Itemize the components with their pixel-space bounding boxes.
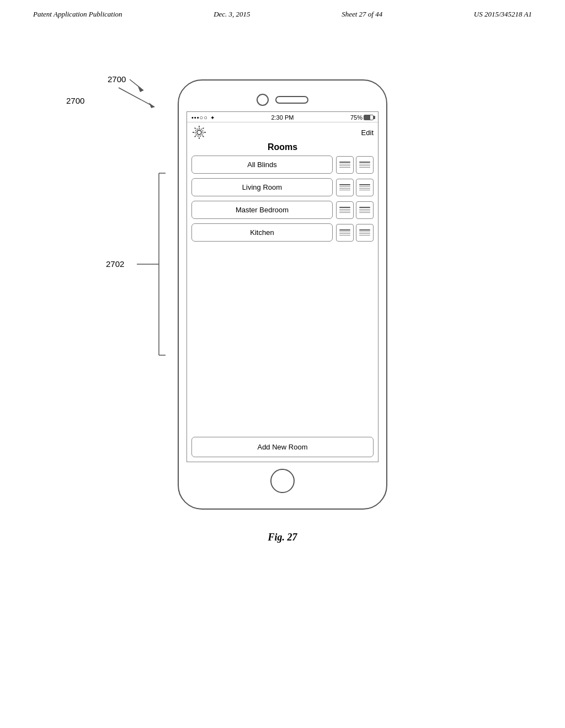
blind-line <box>339 186 350 187</box>
blind-line <box>339 211 350 211</box>
room-row-master-bedroom: Master Bedroom <box>191 201 374 219</box>
blind-icon-open-master[interactable] <box>336 201 354 219</box>
blind-line <box>359 212 370 213</box>
battery-bar <box>364 115 374 120</box>
blind-line <box>339 162 350 163</box>
blind-icon-open-living[interactable] <box>336 179 354 196</box>
blind-icons-all-blinds <box>336 156 374 174</box>
speaker-icon <box>275 96 308 104</box>
home-button[interactable] <box>270 469 295 493</box>
status-time: 2:30 PM <box>271 114 294 121</box>
blind-line <box>339 164 350 164</box>
room-row-kitchen: Kitchen <box>191 223 374 242</box>
signal-indicator: •••○○ <box>191 114 208 121</box>
blind-icon-close-living[interactable] <box>356 179 374 196</box>
blind-icon-close-master[interactable] <box>356 201 374 219</box>
add-room-button[interactable]: Add New Room <box>191 437 374 457</box>
svg-marker-1 <box>149 103 154 108</box>
camera-icon <box>257 94 269 106</box>
battery-fill <box>364 115 370 120</box>
blind-line <box>339 229 350 231</box>
room-name-living-room[interactable]: Living Room <box>191 178 333 196</box>
svg-text:2702: 2702 <box>106 259 124 269</box>
blind-line <box>359 165 370 166</box>
blind-line <box>339 165 350 166</box>
status-bar: •••○○ ✦ 2:30 PM 75% <box>187 112 378 122</box>
blind-line <box>339 190 350 190</box>
room-row-living-room: Living Room <box>191 178 374 196</box>
blind-line <box>339 232 350 232</box>
blind-line <box>339 167 350 168</box>
phone-top-area <box>257 94 308 106</box>
blind-icons-master-bedroom <box>336 201 374 219</box>
phone-screen: •••○○ ✦ 2:30 PM 75% <box>186 111 379 462</box>
room-name-master-bedroom[interactable]: Master Bedroom <box>191 201 333 219</box>
blind-line <box>339 188 350 189</box>
header-right: US 2015/345218 A1 <box>474 10 532 19</box>
blind-icons-kitchen <box>336 224 374 242</box>
blind-line <box>359 207 370 208</box>
patent-header: Patent Application Publication Dec. 3, 2… <box>0 0 565 24</box>
room-name-kitchen[interactable]: Kitchen <box>191 223 333 242</box>
header-left: Patent Application Publication <box>33 10 122 19</box>
phone: •••○○ ✦ 2:30 PM 75% <box>178 79 387 510</box>
nav-bar: Edit <box>187 122 378 142</box>
blind-line <box>359 211 370 211</box>
blind-line <box>359 229 370 231</box>
status-left: •••○○ ✦ <box>191 114 215 121</box>
svg-line-15 <box>130 79 143 90</box>
screen-title: Rooms <box>187 142 378 156</box>
blind-line <box>359 232 370 232</box>
add-room-container: Add New Room <box>187 432 378 462</box>
svg-text:2700: 2700 <box>108 74 126 84</box>
blind-line <box>359 235 370 235</box>
blind-icon-open-all[interactable] <box>336 156 354 174</box>
blind-line <box>339 209 350 210</box>
screen-bottom-spacer <box>187 337 378 432</box>
blind-icons-living-room <box>336 179 374 196</box>
blind-line <box>359 164 370 164</box>
blind-line <box>359 167 370 168</box>
status-right: 75% <box>350 114 374 121</box>
svg-point-17 <box>197 130 201 135</box>
fig-label: Fig. 27 <box>0 532 565 543</box>
room-list: All Blinds <box>187 156 378 337</box>
blind-line <box>359 184 370 185</box>
blind-line <box>339 235 350 235</box>
blind-line <box>359 209 370 210</box>
blind-icon-open-kitchen[interactable] <box>336 224 354 242</box>
blind-icon-close-kitchen[interactable] <box>356 224 374 242</box>
header-center: Dec. 3, 2015 <box>214 10 250 19</box>
blind-line <box>339 207 350 208</box>
blind-line <box>339 212 350 213</box>
blind-line <box>359 162 370 163</box>
phone-outer: •••○○ ✦ 2:30 PM 75% <box>178 79 387 510</box>
blind-line <box>359 233 370 234</box>
battery-pct: 75% <box>350 114 363 121</box>
blind-line <box>359 188 370 189</box>
room-row-all-blinds: All Blinds <box>191 156 374 174</box>
header-sheet: Sheet 27 of 44 <box>342 10 382 19</box>
svg-marker-16 <box>138 87 143 92</box>
svg-line-0 <box>119 88 154 107</box>
blind-line <box>339 184 350 185</box>
main-content: 2700 2702 2704 2706 2708 <box>0 24 565 686</box>
gear-icon <box>191 125 207 140</box>
edit-button[interactable]: Edit <box>361 129 374 137</box>
blind-line <box>359 186 370 187</box>
blind-line <box>359 190 370 190</box>
wifi-icon: ✦ <box>210 115 215 121</box>
room-name-all-blinds[interactable]: All Blinds <box>191 156 333 174</box>
blind-line <box>339 233 350 234</box>
blind-icon-close-all[interactable] <box>356 156 374 174</box>
